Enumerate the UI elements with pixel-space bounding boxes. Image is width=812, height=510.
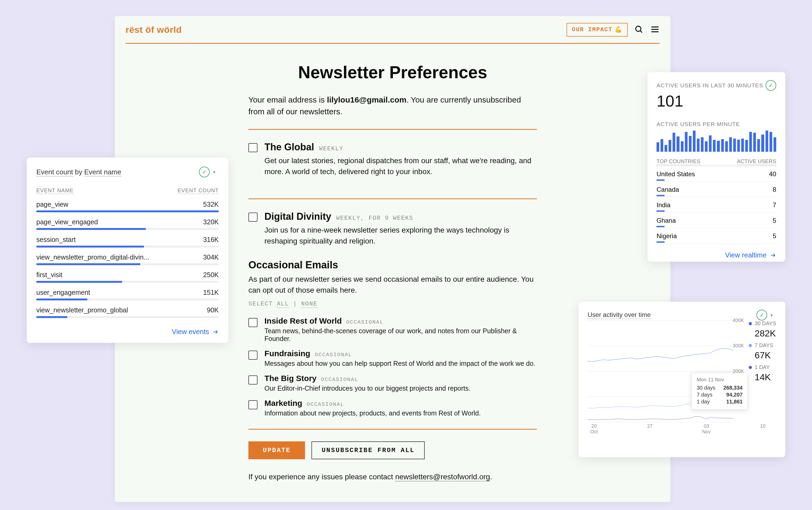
occasional-checkbox[interactable] [249, 318, 258, 327]
event-name: page_view [36, 201, 68, 208]
occasional-item-inside: Inside Rest of World OCCASIONAL Team new… [249, 317, 537, 342]
occasional-description: Messages about how you can help support … [264, 360, 535, 367]
select-all-link[interactable]: ALL [277, 301, 289, 308]
intro-pre: Your email address is [249, 95, 327, 104]
footnote-post: . [490, 473, 492, 481]
dimension-selector[interactable]: Event name [84, 168, 121, 177]
event-count: 316K [203, 236, 219, 243]
country-row[interactable]: Nigeria5 [657, 228, 776, 243]
spark-bar [774, 137, 776, 152]
select-label: SELECT [249, 301, 273, 307]
hamburger-menu-icon[interactable] [650, 25, 660, 35]
line-chart-area[interactable]: 400K 300K 200K 100K Mon 11 Nov 30 days26… [588, 321, 744, 422]
country-row[interactable]: United States40 [657, 166, 776, 182]
spark-bar [669, 140, 671, 152]
select-none-link[interactable]: NONE [301, 301, 318, 308]
event-name: user_engagement [36, 289, 90, 296]
country-row[interactable]: Ghana5 [657, 213, 776, 228]
tooltip-label: 30 days [697, 385, 715, 391]
card-menu-dropdown[interactable]: ▾ [767, 310, 776, 321]
legend-value: 14K [755, 372, 776, 382]
support-email-link[interactable]: newsletters@restofworld.org [395, 473, 490, 481]
search-icon[interactable] [634, 25, 644, 35]
country-row[interactable]: Canada8 [657, 182, 776, 197]
legend-dot-icon [749, 366, 752, 369]
occasional-description: Team news, behind-the-scenes coverage of… [264, 327, 537, 342]
user-activity-card: User activity over time ✓ ▾ 400K 300K 20… [579, 302, 785, 457]
country-bar [657, 241, 665, 243]
event-count: 304K [203, 253, 219, 261]
activity-title[interactable]: User activity over time [588, 311, 651, 319]
newsletter-item-digital-divinity: Digital Divinity WEEKLY, FOR 9 WEEKS Joi… [249, 211, 537, 256]
event-count: 532K [203, 201, 219, 208]
spark-bar [701, 137, 703, 152]
ytick: 400K [733, 318, 744, 323]
event-count: 320K [203, 218, 219, 226]
event-row[interactable]: session_start316K [36, 231, 219, 248]
newsletter-title: The Global [264, 142, 314, 152]
users-per-minute-chart [657, 130, 776, 152]
event-row[interactable]: view_newsletter_promo_digital-divin...30… [36, 248, 219, 266]
event-count-card: Event count by Event name ✓ ▾ EVENT NAME… [27, 157, 228, 343]
occasional-description: Our Editor-in-Chief introduces you to ou… [264, 385, 470, 392]
unsubscribe-all-button[interactable]: UNSUBSCRIBE FROM ALL [312, 441, 425, 459]
event-name: view_newsletter_promo_digital-divin... [36, 253, 149, 261]
event-row[interactable]: first_visit250K [36, 266, 219, 284]
event-row[interactable]: page_view_engaged320K [36, 213, 219, 231]
select-separator: | [293, 301, 297, 307]
event-row[interactable]: user_engagement151K [36, 284, 219, 301]
arrow-right-icon [770, 252, 776, 259]
view-realtime-link[interactable]: View realtime [657, 251, 776, 259]
legend-value: 282K [755, 328, 776, 338]
update-button[interactable]: UPDATE [249, 441, 305, 459]
title-by: by [73, 168, 84, 176]
event-name: page_view_engaged [36, 218, 98, 226]
col-event-name: EVENT NAME [36, 187, 74, 194]
spark-bar [729, 137, 732, 152]
country-value: 7 [773, 201, 776, 212]
occasional-description: Information about new projects, products… [264, 409, 481, 417]
occasional-checkbox[interactable] [249, 376, 258, 385]
event-card-title: Event count by Event name [36, 168, 121, 176]
view-events-link[interactable]: View events [36, 328, 219, 336]
site-logo[interactable]: rëst öf wörld [125, 25, 182, 35]
our-impact-label: OUR IMPACT [572, 26, 612, 33]
spark-bar [761, 134, 764, 152]
legend-dot-icon [749, 344, 752, 347]
col-top-countries: TOP COUNTRIES [657, 158, 700, 165]
our-impact-button[interactable]: OUR IMPACT 💪 [567, 23, 628, 37]
newsletter-frequency-tag: WEEKLY [319, 146, 343, 152]
newsletter-checkbox[interactable] [249, 213, 258, 221]
country-row[interactable]: India7 [657, 197, 776, 213]
country-value: 5 [773, 232, 776, 243]
newsletter-frequency-tag: WEEKLY, FOR 9 WEEKS [336, 215, 413, 221]
event-bar [36, 228, 219, 230]
section-divider [249, 129, 537, 130]
spark-bar [665, 145, 667, 152]
metric-selector[interactable]: Event count [36, 168, 73, 177]
spark-bar [725, 141, 728, 152]
legend-label: 7 DAYS [755, 342, 773, 349]
col-event-count: EVENT COUNT [178, 187, 219, 194]
spark-bar [745, 140, 748, 152]
spark-bar [753, 133, 756, 152]
x-axis-ticks: 20Oct 27 03Nov 10 [588, 423, 776, 435]
newsletter-checkbox[interactable] [249, 143, 258, 152]
event-row[interactable]: page_view532K [36, 196, 219, 213]
spark-bar [681, 141, 684, 152]
legend-value: 67K [755, 350, 776, 360]
occasional-checkbox[interactable] [249, 400, 258, 409]
card-menu-dropdown[interactable]: ▾ [210, 167, 219, 177]
spark-bar [709, 136, 712, 152]
event-rows: page_view532Kpage_view_engaged320Ksessio… [36, 196, 219, 319]
occasional-checkbox[interactable] [249, 351, 258, 360]
event-row[interactable]: view_newsletter_promo_global90K [36, 301, 219, 319]
svg-line-1 [640, 30, 642, 32]
tooltip-value: 11,861 [726, 399, 743, 405]
spark-bar [697, 139, 700, 152]
event-count: 151K [203, 289, 219, 296]
flex-arm-icon: 💪 [615, 26, 622, 33]
view-events-label: View events [172, 328, 209, 336]
spark-bar [770, 132, 772, 152]
legend-label: 30 DAYS [755, 321, 776, 327]
